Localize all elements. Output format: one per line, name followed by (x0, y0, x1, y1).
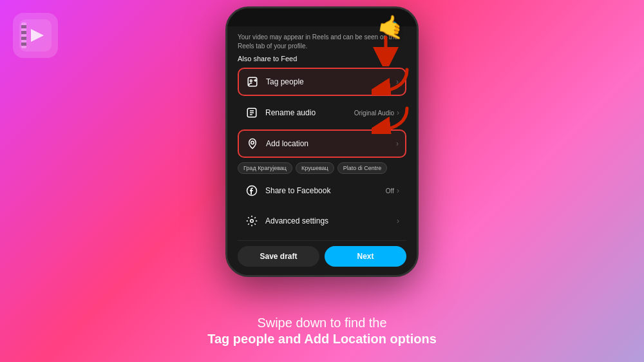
tag-people-chevron: › (396, 77, 399, 86)
svg-rect-4 (21, 37, 26, 40)
share-facebook-menu-item[interactable]: Share to Facebook Off › (238, 177, 406, 204)
facebook-icon (245, 184, 259, 198)
caption-container: Swipe down to find the Tag people and Ad… (0, 314, 644, 347)
location-icon (245, 137, 260, 151)
phone-frame: Your video may appear in Reels and can b… (225, 6, 419, 277)
rename-audio-icon (245, 106, 259, 120)
tag-people-menu-item[interactable]: Tag people › (238, 68, 406, 96)
advanced-settings-chevron: › (397, 216, 399, 225)
add-location-chevron: › (396, 139, 399, 148)
info-text: Your video may appear in Reels and can b… (238, 33, 406, 51)
notch (303, 13, 341, 22)
svg-point-14 (251, 220, 254, 223)
screen-content: Your video may appear in Reels and can b… (227, 26, 417, 275)
add-location-label: Add location (266, 139, 396, 148)
tag-people-label: Tag people (266, 77, 396, 86)
also-share-label: Also share to Feed (238, 55, 406, 62)
phone-mockup: Your video may appear in Reels and can b… (225, 6, 419, 277)
rename-audio-label: Rename audio (265, 108, 354, 117)
share-facebook-value: Off (386, 187, 394, 195)
rename-audio-menu-item[interactable]: Rename audio Original Audio › (238, 99, 406, 126)
location-chip-0[interactable]: Град Крагујевац (238, 162, 292, 174)
add-location-menu-item[interactable]: Add location › (238, 129, 406, 158)
location-chips-container: Град Крагујевац Крушевац Plato di Centre (238, 162, 406, 174)
advanced-settings-menu-item[interactable]: Advanced settings › (238, 207, 406, 234)
svg-rect-2 (21, 25, 26, 28)
next-button[interactable]: Next (325, 246, 406, 267)
rename-audio-value: Original Audio (354, 110, 394, 117)
bottom-buttons-container: Save draft Next (238, 240, 406, 269)
svg-point-12 (251, 141, 254, 144)
phone-screen: Your video may appear in Reels and can b… (227, 8, 417, 275)
share-facebook-chevron: › (397, 186, 399, 195)
caption-line2: Tag people and Add Location options (0, 332, 644, 347)
advanced-settings-label: Advanced settings (265, 216, 397, 225)
location-chip-2[interactable]: Plato di Centre (337, 162, 388, 174)
svg-point-8 (250, 80, 252, 82)
status-bar (227, 8, 417, 26)
svg-rect-3 (21, 31, 26, 34)
tag-people-icon (245, 75, 260, 89)
caption-line1: Swipe down to find the (0, 314, 644, 332)
settings-icon (245, 214, 259, 228)
svg-rect-5 (21, 43, 26, 46)
save-draft-button[interactable]: Save draft (238, 246, 319, 267)
location-chip-1[interactable]: Крушевац (296, 162, 334, 174)
app-logo (13, 13, 58, 58)
rename-audio-chevron: › (397, 108, 399, 117)
share-facebook-label: Share to Facebook (265, 186, 386, 195)
